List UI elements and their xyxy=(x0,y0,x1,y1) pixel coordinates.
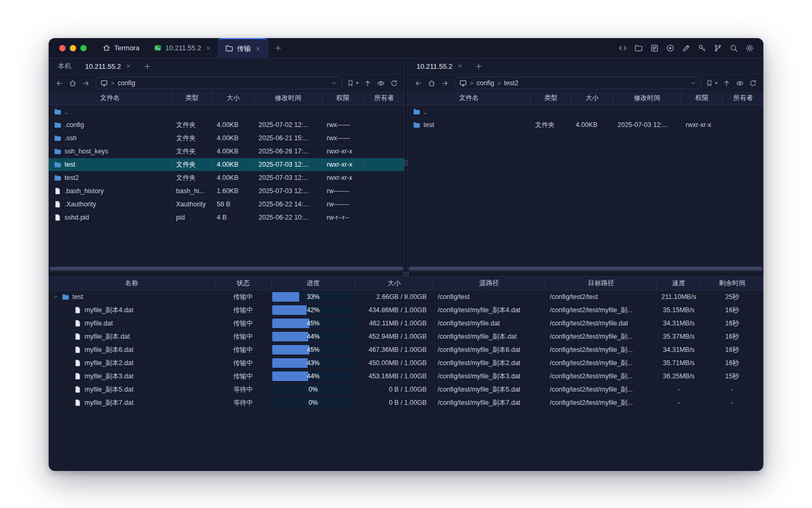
file-row[interactable]: .config文件夹4.00KB2025-07-02 12:...rwx----… xyxy=(49,119,404,132)
column-header[interactable]: 所有者 xyxy=(364,92,404,105)
titlebar-tab[interactable]: 10.211.55.2 xyxy=(147,38,218,58)
bookmark-button[interactable] xyxy=(705,77,719,89)
transfer-row[interactable]: test传输中33%2.66GB / 8.00GB/config/test/co… xyxy=(49,291,763,304)
progress-percent: 33% xyxy=(272,292,354,302)
path-breadcrumb[interactable]: >config>test2 xyxy=(455,77,701,89)
file-row[interactable]: ssh_host_keys文件夹4.00KB2025-06-26 17:...r… xyxy=(49,145,404,158)
file-row[interactable]: sshd.pidpid4 B2025-06-22 10:...rw-r--r-- xyxy=(49,211,404,224)
show-hidden-button[interactable] xyxy=(374,77,387,89)
column-header[interactable]: 类型 xyxy=(172,92,213,105)
minimize-window-button[interactable] xyxy=(70,45,76,51)
file-row[interactable]: .. xyxy=(49,105,404,119)
new-panel-tab-button[interactable] xyxy=(469,58,488,74)
forward-button[interactable] xyxy=(438,77,451,89)
back-button[interactable] xyxy=(53,77,66,89)
horizontal-scrollbar[interactable] xyxy=(409,267,762,270)
transfer-row[interactable]: myfile_副本4.dat传输中42%434.86MB / 1.00GB/co… xyxy=(49,304,763,317)
column-header[interactable]: 源路径 xyxy=(433,277,546,290)
chevron-down-icon[interactable] xyxy=(331,80,337,86)
settings-icon[interactable] xyxy=(743,41,756,55)
file-mtime: 2025-07-03 12:... xyxy=(254,171,322,184)
column-header[interactable]: 剩余时间 xyxy=(701,277,763,290)
column-header[interactable]: 目标路径 xyxy=(546,277,657,290)
transfer-row[interactable]: myfile_副本6.dat传输中45%467.36MB / 1.00GB/co… xyxy=(49,343,763,357)
column-header[interactable]: 大小 xyxy=(355,277,433,290)
path-breadcrumb[interactable]: >config xyxy=(96,77,342,89)
column-header[interactable]: 权限 xyxy=(681,92,723,105)
horizontal-scrollbar[interactable] xyxy=(50,267,403,270)
file-row[interactable]: test2文件夹4.00KB2025-07-03 12:...rwxr-xr-x xyxy=(49,171,404,185)
panel-tab[interactable]: 本机 xyxy=(51,58,78,74)
column-header[interactable]: 类型 xyxy=(531,92,571,105)
column-header[interactable]: 名称 xyxy=(49,277,215,290)
file-row[interactable]: .. xyxy=(408,105,763,119)
close-tab-icon[interactable] xyxy=(206,46,211,51)
column-header[interactable]: 文件名 xyxy=(408,92,531,105)
record-icon[interactable] xyxy=(663,41,677,55)
close-tab-icon[interactable] xyxy=(457,64,463,69)
panel-tab[interactable]: 10.211.55.2 xyxy=(410,58,469,74)
column-header[interactable]: 状态 xyxy=(215,277,272,290)
file-permissions: rw------- xyxy=(322,185,364,197)
transfer-row[interactable]: myfile_副本2.dat传输中43%450.00MB / 1.00GB/co… xyxy=(49,357,763,370)
path-segment[interactable]: config xyxy=(117,79,135,87)
folder-outline-icon[interactable] xyxy=(632,41,645,55)
parent-directory-button[interactable] xyxy=(361,77,374,89)
app-home-tab[interactable]: Termora xyxy=(95,38,147,58)
expand-chevron-icon[interactable] xyxy=(52,294,59,300)
file-row[interactable]: .XauthorityXauthority58 B2025-06-22 14:.… xyxy=(49,198,404,211)
plus-icon xyxy=(475,63,482,70)
zoom-window-button[interactable] xyxy=(80,45,87,51)
transfer-size: 462.11MB / 1.00GB xyxy=(355,317,433,330)
transfer-row[interactable]: myfile_副本5.dat等待中0%0 B / 1.00GB/config/t… xyxy=(49,383,763,396)
column-header[interactable]: 文件名 xyxy=(49,92,172,105)
column-header[interactable]: 大小 xyxy=(571,92,613,105)
transfer-row[interactable]: myfile.dat传输中45%462.11MB / 1.00GB/config… xyxy=(49,317,763,330)
show-hidden-button[interactable] xyxy=(733,77,746,89)
file-row[interactable]: .ssh文件夹4.00KB2025-06-21 15:...rwx------ xyxy=(49,132,404,145)
branch-icon[interactable] xyxy=(711,41,724,55)
titlebar-tab[interactable]: 传输 xyxy=(218,38,268,58)
refresh-button[interactable] xyxy=(387,77,400,89)
home-button[interactable] xyxy=(425,77,438,89)
transfer-splitter[interactable] xyxy=(49,271,763,277)
log-icon[interactable] xyxy=(648,41,661,55)
close-tab-icon[interactable] xyxy=(255,46,261,51)
path-segment[interactable]: test2 xyxy=(504,79,518,87)
path-segment[interactable]: config xyxy=(476,79,494,87)
transfer-row[interactable]: myfile_副本7.dat等待中0%0 B / 1.00GB/config/t… xyxy=(49,396,763,410)
column-header[interactable]: 进度 xyxy=(272,277,355,290)
file-row[interactable]: .bash_historybash_hi...1.60KB2025-07-03 … xyxy=(49,185,404,198)
transfer-row[interactable]: myfile_副本.dat传输中44%452.94MB / 1.00GB/con… xyxy=(49,330,763,343)
refresh-button[interactable] xyxy=(746,77,759,89)
column-header[interactable]: 权限 xyxy=(322,92,364,105)
column-header[interactable]: 修改时间 xyxy=(613,92,681,105)
parent-directory-button[interactable] xyxy=(720,77,733,89)
folder-icon xyxy=(413,121,420,129)
file-size: 4.00KB xyxy=(213,119,254,131)
file-row[interactable]: test文件夹4.00KB2025-07-03 12:...rwxr-xr-x xyxy=(49,158,404,171)
panel-tab[interactable]: 10.211.55.2 xyxy=(78,58,138,74)
back-button[interactable] xyxy=(412,77,425,89)
transfer-remaining: - xyxy=(701,396,763,409)
new-tab-button[interactable] xyxy=(268,38,288,58)
close-tab-icon[interactable] xyxy=(126,64,131,69)
file-type xyxy=(172,105,213,118)
bookmark-button[interactable] xyxy=(346,77,361,89)
new-panel-tab-button[interactable] xyxy=(138,58,156,74)
code-icon[interactable] xyxy=(616,41,629,55)
home-button[interactable] xyxy=(66,77,79,89)
key-icon[interactable] xyxy=(695,41,708,55)
column-header[interactable]: 所有者 xyxy=(723,92,763,105)
edit-icon[interactable] xyxy=(679,41,693,55)
column-header[interactable]: 速度 xyxy=(657,277,701,290)
file-row[interactable]: test文件夹4.00KB2025-07-03 12:...rwxr-xr-x xyxy=(408,119,763,132)
transfer-status: 传输中 xyxy=(215,357,272,369)
search-icon[interactable] xyxy=(727,41,740,55)
forward-button[interactable] xyxy=(79,77,92,89)
column-header[interactable]: 大小 xyxy=(213,92,254,105)
chevron-down-icon[interactable] xyxy=(690,80,696,86)
column-header[interactable]: 修改时间 xyxy=(254,92,322,105)
transfer-row[interactable]: myfile_副本3.dat传输中44%453.16MB / 1.00GB/co… xyxy=(49,370,763,383)
close-window-button[interactable] xyxy=(59,45,66,51)
